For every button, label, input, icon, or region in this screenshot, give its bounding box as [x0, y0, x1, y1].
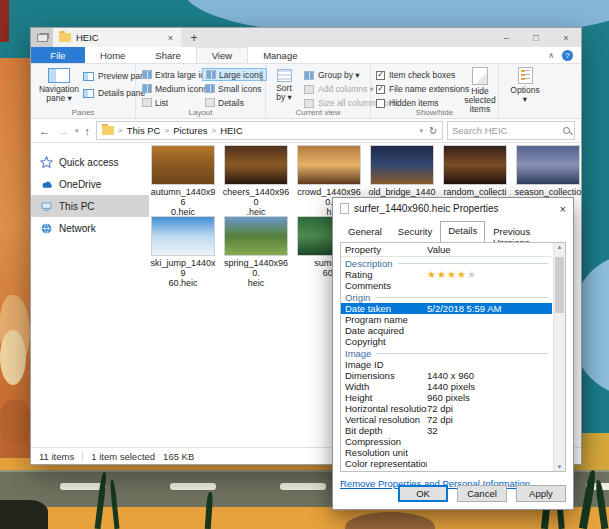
- property-value: 5/2/2018 5:59 AM: [427, 303, 552, 314]
- property-row-resolution-unit[interactable]: Resolution unit: [341, 447, 552, 458]
- forward-button[interactable]: →: [56, 125, 71, 137]
- recent-locations-icon[interactable]: ▾: [75, 127, 79, 135]
- property-column-header[interactable]: Property: [345, 244, 427, 255]
- tab-home[interactable]: Home: [85, 47, 140, 63]
- property-row-copyright[interactable]: Copyright: [341, 336, 552, 347]
- apply-button[interactable]: Apply: [516, 485, 566, 502]
- property-row-date-acquired[interactable]: Date acquired: [341, 325, 552, 336]
- tab-manage[interactable]: Manage: [248, 47, 312, 63]
- help-icon[interactable]: ?: [562, 50, 573, 61]
- star-filled-icon[interactable]: ★: [447, 269, 457, 280]
- property-row-rating[interactable]: Rating ★★★★★: [341, 269, 552, 280]
- property-row-compression[interactable]: Compression: [341, 436, 552, 447]
- property-row-image-id[interactable]: Image ID: [341, 359, 552, 370]
- file-item-spring[interactable]: spring_1440x960.heic: [222, 216, 290, 288]
- scroll-up-icon[interactable]: ▲: [557, 244, 563, 250]
- large-icons-icon: [206, 70, 216, 79]
- navigation-pane-button[interactable]: Navigation pane ▾: [37, 68, 81, 103]
- cancel-button[interactable]: Cancel: [457, 485, 507, 502]
- add-columns-button[interactable]: Add columns ▾: [304, 84, 374, 94]
- star-filled-icon[interactable]: ★: [427, 269, 437, 280]
- road-dash: [280, 483, 326, 490]
- refresh-icon[interactable]: ↻: [429, 125, 437, 136]
- star-filled-icon[interactable]: ★: [457, 269, 467, 280]
- checkbox-checked-icon[interactable]: ✓: [376, 85, 385, 94]
- breadcrumb-this-pc[interactable]: This PC: [127, 125, 161, 136]
- ribbon-group-layout: Extra large icons Large icons Medium ico…: [136, 64, 266, 118]
- sidebar-label: Network: [59, 223, 96, 234]
- file-item-ski-jump[interactable]: ski_jump_1440x960.heic: [149, 216, 217, 288]
- file-name: spring_1440x960.: [224, 258, 288, 278]
- sidebar-item-network[interactable]: Network: [31, 217, 149, 239]
- property-row-bit-depth[interactable]: Bit depth32: [341, 425, 552, 436]
- property-label: Compression: [345, 436, 427, 447]
- star-empty-icon[interactable]: ★: [467, 269, 477, 280]
- checkbox-unchecked-icon[interactable]: [376, 99, 385, 108]
- scroll-down-icon[interactable]: ▼: [557, 464, 563, 470]
- hidden-items-checkbox[interactable]: Hidden items: [376, 98, 439, 108]
- new-tab-button[interactable]: +: [181, 28, 207, 47]
- scrollbar-thumb[interactable]: [555, 257, 564, 313]
- checkbox-checked-icon[interactable]: ✓: [376, 71, 385, 80]
- file-name-extensions-checkbox[interactable]: ✓ File name extensions: [376, 84, 469, 94]
- ok-button[interactable]: OK: [398, 485, 448, 502]
- hide-selected-items-button[interactable]: Hide selected items: [463, 67, 497, 114]
- file-item-old-bridge[interactable]: old_bridge_1440: [368, 145, 436, 197]
- property-row-program-name[interactable]: Program name: [341, 314, 552, 325]
- stacked-windows-icon: [37, 34, 48, 42]
- property-row-comments[interactable]: Comments: [341, 280, 552, 291]
- gallery-down-icon[interactable]: ▼: [257, 76, 266, 84]
- property-row-horizontal-resolution[interactable]: Horizontal resolution72 dpi: [341, 403, 552, 414]
- current-view-group-label: Current view: [266, 108, 370, 117]
- tab-share[interactable]: Share: [140, 47, 195, 63]
- close-button[interactable]: ×: [551, 28, 581, 47]
- property-row-color-representation[interactable]: Color representation: [341, 458, 552, 469]
- search-input[interactable]: [452, 125, 563, 136]
- star-filled-icon[interactable]: ★: [437, 269, 447, 280]
- details-view-icon: [205, 98, 215, 107]
- gallery-up-icon[interactable]: ▲: [257, 68, 266, 76]
- options-button[interactable]: Options ▾: [507, 67, 543, 104]
- property-row-compressed-bits[interactable]: Compressed bits/pixel: [341, 469, 552, 472]
- explorer-tab[interactable]: HEIC ×: [53, 28, 181, 47]
- folder-icon: [59, 33, 71, 42]
- group-by-button[interactable]: Group by ▾: [304, 70, 360, 80]
- tab-view[interactable]: View: [196, 47, 248, 63]
- minimize-button[interactable]: –: [491, 28, 521, 47]
- file-menu-button[interactable]: File: [31, 47, 85, 63]
- property-row-vertical-resolution[interactable]: Vertical resolution72 dpi: [341, 414, 552, 425]
- property-row-date-taken[interactable]: Date taken5/2/2018 5:59 AM: [341, 303, 552, 314]
- sidebar-item-this-pc[interactable]: This PC: [31, 195, 149, 217]
- property-row-width[interactable]: Width1440 pixels: [341, 381, 552, 392]
- up-button[interactable]: ↑: [83, 125, 93, 137]
- small-icons-button[interactable]: Small icons: [202, 82, 264, 95]
- breadcrumb[interactable]: > This PC > Pictures > HEIC ▾ ↻: [96, 121, 443, 140]
- close-tab-icon[interactable]: ×: [166, 33, 175, 43]
- breadcrumb-pictures[interactable]: Pictures: [173, 125, 207, 136]
- medium-icons-button[interactable]: Medium icons: [139, 82, 210, 95]
- rating-stars[interactable]: ★★★★★: [427, 269, 552, 280]
- address-dropdown-icon[interactable]: ▾: [420, 127, 424, 135]
- sidebar-item-onedrive[interactable]: OneDrive: [31, 173, 149, 195]
- sort-by-button[interactable]: Sort by ▾: [271, 69, 297, 102]
- maximize-button[interactable]: □: [521, 28, 551, 47]
- file-item-autumn[interactable]: autumn_1440x960.heic: [149, 145, 217, 217]
- group-by-label: Group by ▾: [318, 70, 360, 80]
- value-column-header[interactable]: Value: [427, 244, 552, 255]
- back-button[interactable]: ←: [37, 125, 52, 137]
- file-item-cheers[interactable]: cheers_1440x960.heic: [222, 145, 290, 217]
- tab-title: HEIC: [76, 32, 99, 43]
- ribbon-controls: ∧ ?: [548, 47, 581, 63]
- dialog-close-button[interactable]: ×: [560, 203, 566, 215]
- collapse-ribbon-icon[interactable]: ∧: [548, 51, 554, 60]
- properties-list[interactable]: Property Value Description Rating ★★★★★ …: [340, 242, 566, 472]
- search-box[interactable]: [447, 121, 575, 140]
- layout-gallery-scroll[interactable]: ▲ ▼: [257, 68, 266, 84]
- breadcrumb-heic[interactable]: HEIC: [220, 125, 243, 136]
- property-row-height[interactable]: Height960 pixels: [341, 392, 552, 403]
- property-row-dimensions[interactable]: Dimensions1440 x 960: [341, 370, 552, 381]
- status-divider: [82, 451, 83, 462]
- window-sets-icon[interactable]: [31, 28, 53, 47]
- sidebar-item-quick-access[interactable]: Quick access: [31, 151, 149, 173]
- item-check-boxes-checkbox[interactable]: ✓ Item check boxes: [376, 70, 455, 80]
